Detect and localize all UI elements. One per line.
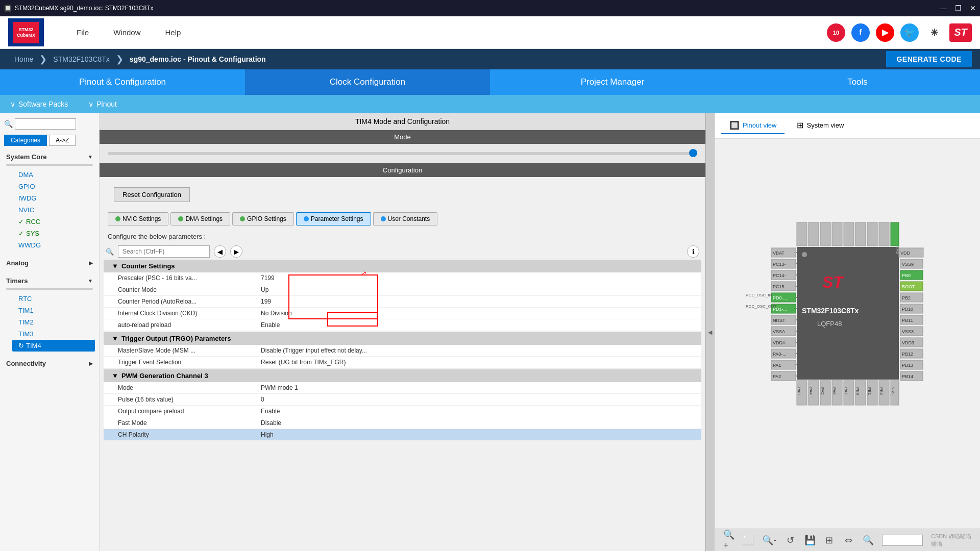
settings-tab-gpio[interactable]: GPIO Settings bbox=[232, 212, 294, 226]
search-chip-button[interactable]: 🔍 bbox=[863, 533, 874, 547]
sidebar-item-dma[interactable]: DMA bbox=[12, 169, 99, 181]
menu-file[interactable]: File bbox=[64, 24, 101, 41]
pin-top6 bbox=[855, 222, 866, 246]
sidebar: 🔍 Categories A->Z System Core ▼ DMA GPIO… bbox=[0, 113, 100, 551]
sidebar-item-sys[interactable]: ✓SYS bbox=[12, 228, 99, 239]
social-icons: 10 f ▶ 🐦 ✳ ST bbox=[827, 23, 972, 42]
breadcrumb-device[interactable]: STM32F103C8Tx bbox=[47, 55, 115, 63]
subtab-software-packs[interactable]: ∨ Software Packs bbox=[10, 100, 68, 108]
sidebar-item-iwdg[interactable]: IWDG bbox=[12, 192, 99, 204]
param-row-pwm-mode: Mode PWM mode 1 bbox=[104, 382, 701, 394]
sidebar-item-rcc[interactable]: ✓RCC bbox=[12, 216, 99, 228]
timers-header[interactable]: Timers ▼ bbox=[0, 274, 99, 288]
param-prev-button[interactable]: ◀ bbox=[214, 245, 226, 258]
sidebar-item-wwdg[interactable]: WWDG bbox=[12, 239, 99, 251]
youtube-icon[interactable]: ▶ bbox=[876, 23, 894, 42]
tab-system-view[interactable]: ⊞ System view bbox=[789, 117, 852, 134]
tab-tools[interactable]: Tools bbox=[735, 69, 980, 95]
subtab-pinout[interactable]: ∨ Pinout bbox=[88, 100, 117, 108]
chevron-down-icon: ▼ bbox=[88, 154, 93, 160]
filter-categories[interactable]: Categories bbox=[4, 135, 47, 146]
sidebar-item-tim2[interactable]: TIM2 bbox=[12, 316, 99, 328]
pin-pb10-label: PB10 bbox=[902, 307, 913, 312]
reset-config-button[interactable]: Reset Configuration bbox=[114, 187, 190, 202]
sidebar-item-tim1[interactable]: TIM1 bbox=[12, 305, 99, 316]
reset-view-button[interactable]: ↺ bbox=[785, 533, 796, 547]
pin-top7 bbox=[867, 222, 877, 246]
param-row-output-compare: Output compare preload Enable bbox=[104, 406, 701, 417]
maximize-button[interactable]: ❐ bbox=[955, 4, 962, 12]
zoom-out-button[interactable]: 🔍- bbox=[762, 533, 776, 547]
mode-slider-thumb[interactable] bbox=[689, 149, 697, 157]
breadcrumb-home[interactable]: Home bbox=[8, 55, 39, 63]
analog-header[interactable]: Analog ▶ bbox=[0, 256, 99, 270]
counter-settings-header[interactable]: ▼ Counter Settings bbox=[104, 260, 701, 272]
pin-pc15-label: PC15- bbox=[773, 284, 786, 289]
timers-items: RTC TIM1 TIM2 TIM3 ↻TIM4 bbox=[0, 292, 99, 353]
pin-boot1-label: BOOT bbox=[902, 284, 915, 289]
menu-help[interactable]: Help bbox=[153, 24, 193, 41]
chevron-right-icon2: ▶ bbox=[89, 361, 93, 366]
param-row-counter-period: Counter Period (AutoReloa... 199 bbox=[104, 296, 701, 308]
pin-pa0-label: PA0-... bbox=[773, 352, 787, 357]
system-core-header[interactable]: System Core ▼ bbox=[0, 150, 99, 164]
system-view-icon: ⊞ bbox=[797, 120, 803, 130]
tab-clock[interactable]: Clock Configuration bbox=[245, 69, 490, 95]
pin-pb1-label: PB1 bbox=[867, 387, 872, 395]
param-next-button[interactable]: ▶ bbox=[230, 245, 242, 258]
param-search-input[interactable] bbox=[118, 245, 210, 258]
settings-tab-user-const[interactable]: User Constants bbox=[373, 212, 438, 226]
zoom-in-button[interactable]: 🔍+ bbox=[723, 533, 734, 547]
tab-pinout-view[interactable]: 🔲 Pinout view bbox=[721, 117, 785, 134]
chevron-down-icon2: ∨ bbox=[88, 100, 93, 108]
minimize-button[interactable]: — bbox=[940, 4, 947, 12]
tab-project[interactable]: Project Manager bbox=[490, 69, 735, 95]
pin-vdd-label: VDD bbox=[900, 251, 911, 256]
watermark: CSDN-@喵喵喵喵喵 bbox=[931, 533, 972, 548]
twitter-icon[interactable]: 🐦 bbox=[900, 23, 919, 42]
connectivity-header[interactable]: Connectivity ▶ bbox=[0, 357, 99, 370]
search-input[interactable] bbox=[15, 118, 76, 130]
pin-pa2-label: PA2 bbox=[773, 374, 781, 379]
export-button[interactable]: 💾 bbox=[804, 533, 815, 547]
sidebar-item-nvic[interactable]: NVIC bbox=[12, 204, 99, 216]
close-button[interactable]: ✕ bbox=[970, 4, 976, 12]
settings-tab-nvic[interactable]: NVIC Settings bbox=[108, 212, 168, 226]
trigger-output-header[interactable]: ▼ Trigger Output (TRGO) Parameters bbox=[104, 332, 701, 345]
counter-settings-section: ▼ Counter Settings Prescaler (PSC - 16 b… bbox=[104, 260, 701, 331]
search-icon2: 🔍 bbox=[106, 248, 114, 256]
titlebar-controls[interactable]: — ❐ ✕ bbox=[940, 4, 976, 12]
mirror-button[interactable]: ⇔ bbox=[843, 533, 854, 547]
pin-pc13-label: PC13- bbox=[773, 262, 786, 267]
info-button[interactable]: ℹ bbox=[687, 245, 699, 258]
menu-window[interactable]: Window bbox=[101, 24, 153, 41]
facebook-icon[interactable]: f bbox=[851, 23, 870, 42]
sidebar-item-rtc[interactable]: RTC bbox=[12, 293, 99, 305]
settings-tab-dma[interactable]: DMA Settings bbox=[170, 212, 230, 226]
settings-tab-param[interactable]: Parameter Settings bbox=[296, 212, 371, 226]
tab-pinout[interactable]: Pinout & Configuration bbox=[0, 69, 245, 95]
mode-slider-track[interactable] bbox=[108, 152, 697, 155]
network-icon[interactable]: ✳ bbox=[925, 23, 943, 42]
check-icon: ✓ bbox=[18, 218, 24, 226]
pin-pa5-label: PA5 bbox=[820, 387, 825, 395]
filter-az[interactable]: A->Z bbox=[49, 135, 76, 146]
panel-collapse-button[interactable]: ◀ bbox=[705, 113, 715, 551]
fit-view-button[interactable]: ⬜ bbox=[743, 533, 754, 547]
sidebar-item-tim3[interactable]: TIM3 bbox=[12, 328, 99, 340]
chip-pin1-indicator bbox=[802, 252, 807, 257]
right-panel: 🔲 Pinout view ⊞ System view ST STM32F103… bbox=[715, 113, 980, 551]
sidebar-item-gpio[interactable]: GPIO bbox=[12, 181, 99, 192]
zoom-input[interactable] bbox=[882, 535, 923, 546]
chip-view: ST STM32F103C8Tx LQFP48 TIM1_CH3 VBAT PC… bbox=[715, 139, 980, 529]
breadcrumb-project[interactable]: sg90_demo.ioc - Pinout & Configuration bbox=[124, 55, 272, 63]
split-view-button[interactable]: ⊞ bbox=[824, 533, 835, 547]
chip-svg: ST STM32F103C8Tx LQFP48 TIM1_CH3 VBAT PC… bbox=[741, 206, 955, 461]
chip-package: LQFP48 bbox=[817, 320, 842, 328]
window-title: STM32CubeMX sg90_demo.ioc: STM32F103C8Tx bbox=[15, 5, 153, 12]
sidebar-item-tim4[interactable]: ↻TIM4 bbox=[12, 340, 95, 352]
pin-vdda-label: VDDA bbox=[773, 340, 786, 345]
pin-top1 bbox=[797, 222, 807, 246]
pwm-channel3-header[interactable]: ▼ PWM Generation Channel 3 bbox=[104, 369, 701, 382]
generate-code-button[interactable]: GENERATE CODE bbox=[886, 51, 972, 67]
